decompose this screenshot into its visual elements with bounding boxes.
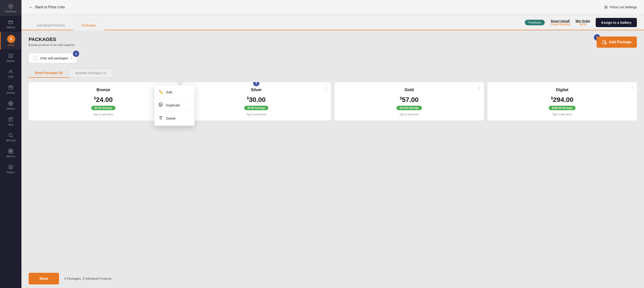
sidebar-item-blog[interactable]: Blog [0,113,22,129]
selling-icon: $ [7,35,15,43]
sidebar-label-support: Support [7,171,14,174]
delete-icon [159,116,163,121]
tabs-right-actions: Feedback Smart Upsell (Tiered Quantity) … [525,18,637,30]
duplicate-label: Duplicate [166,103,180,107]
tab-individual-products[interactable]: Individual Products [28,21,73,30]
sidebar-item-dashboard[interactable]: Dashboard [0,0,22,16]
sidebar-item-booking[interactable]: Booking [0,81,22,97]
back-arrow-icon: ← [28,5,33,10]
svg-rect-12 [11,149,13,151]
packages-title: PACKAGES [28,37,75,42]
save-button[interactable]: Save [28,273,59,284]
digital-menu-button[interactable]: ⋮ [630,85,634,90]
sidebar-label-galleries: Galleries [6,26,15,29]
add-package-button[interactable]: Add Package [596,37,637,48]
gold-menu-button[interactable]: ⋮ [477,85,481,90]
packages-cards-grid: ⋮ Bronze $24.00 $2.00 Savings Tap to add… [28,82,637,120]
settings-label: Price List Settings [610,5,637,9]
sidebar-label-crm: CRM [8,76,14,78]
context-menu: ✏️ Edit Duplicate Delete [154,85,194,126]
gear-icon [604,5,608,10]
sub-tab-shop[interactable]: Shop Packages (4) [28,68,69,78]
sidebar-label-addons: Add-Ons [6,155,15,158]
back-label: Back to Price Lists [35,5,65,9]
edit-icon: ✏️ [159,90,163,94]
sidebar-item-selling[interactable]: $ Selling [0,32,22,50]
booking-icon [8,84,14,91]
gold-name: Gold [339,88,480,92]
digital-name: Digital [492,88,632,92]
silver-savings: $5.00 Savings [244,106,268,110]
only-sell-packages-row: Only sell packages ℹ 3 [28,53,77,63]
sidebar-label-reports: Reports [7,60,14,62]
only-sell-label: Only sell packages [40,56,68,60]
assign-gallery-button[interactable]: Assign to a Gallery [596,18,637,27]
digital-card-body: Digital $294.00 $126.00 Savings Tap to a… [488,82,637,120]
sidebar-label-website: Website [7,107,15,110]
digital-included: Tap to add items [492,113,632,116]
silver-price: $30.00 [186,96,326,103]
tab-packages[interactable]: Packages [73,20,104,30]
package-card-gold[interactable]: ⋮ Gold $57.00 $14.00 Savings Tap to add … [334,82,484,120]
silver-name: Silver [186,88,326,92]
bronze-price: $24.00 [33,96,174,103]
digital-savings: $126.00 Savings [549,106,576,110]
svg-point-5 [10,70,12,72]
sidebar-label-selling: Selling [8,44,14,46]
price-list-settings-link[interactable]: Price List Settings [604,5,637,10]
gold-savings: $14.00 Savings [396,106,422,110]
sidebar-item-crm[interactable]: CRM [0,65,22,81]
sub-tabs: Shop Packages (4) BookMe Packages (1) [28,68,637,78]
bronze-included: Tap to add items [33,113,174,116]
bronze-name: Bronze [33,88,174,92]
dashboard-icon [8,3,14,10]
svg-rect-11 [9,149,10,151]
seo-icon [8,132,14,138]
sidebar-label-seo: SEO Tool [6,139,16,142]
smart-upsell-sub: (Tiered Quantity) [550,23,570,26]
bottom-bar: Save 5 Packages, 9 Individual Products [22,269,644,288]
sidebar-label-booking: Booking [7,92,15,94]
svg-rect-9 [9,117,12,121]
sidebar-item-website[interactable]: Website [0,97,22,113]
bronze-savings: $2.00 Savings [91,106,115,110]
main-tabs: Individual Products Packages [28,20,104,30]
delete-label: Delete [166,116,176,120]
silver-included: Tap to add items [186,113,326,116]
min-order-link[interactable]: Min Order $0.50 [576,19,590,26]
website-icon [8,100,14,107]
bottom-info-text: 5 Packages, 9 Individual Products [64,277,112,280]
sidebar-item-reports[interactable]: Reports [0,50,22,65]
main-content: ← Back to Price Lists Price List Setting… [22,0,644,288]
sidebar-label-dashboard: Dashboard [5,10,16,13]
context-menu-edit[interactable]: ✏️ Edit [154,87,194,97]
svg-rect-6 [9,86,12,89]
sidebar-item-addons[interactable]: Add-Ons [0,145,22,161]
svg-rect-13 [9,152,10,153]
feedback-badge[interactable]: Feedback [525,20,545,25]
svg-point-15 [9,165,13,169]
info-icon[interactable]: ℹ [71,56,72,60]
blog-icon [8,116,14,122]
context-menu-delete[interactable]: Delete [154,113,194,124]
silver-menu-button[interactable]: ⋮ [324,85,328,90]
packages-header: PACKAGES Bundle products to be sold toge… [28,37,637,48]
silver-card-body: Silver $30.00 $5.00 Savings Tap to add i… [182,82,331,120]
content-body: PACKAGES Bundle products to be sold toge… [22,30,644,269]
context-menu-duplicate[interactable]: Duplicate [154,99,194,111]
sidebar: Dashboard Galleries $ Selling Reports CR… [0,0,22,288]
package-card-digital[interactable]: ⋮ Digital $294.00 $126.00 Savings Tap to… [488,82,637,120]
smart-upsell-link[interactable]: Smart Upsell (Tiered Quantity) [550,19,570,26]
package-card-silver[interactable]: 2 ⋮ Silver $30.00 $5.00 Savings Tap to a… [182,82,331,120]
sidebar-item-galleries[interactable]: Galleries [0,16,22,32]
gold-card-body: Gold $57.00 $14.00 Savings Tap to add it… [334,82,484,120]
crm-icon [8,69,14,75]
min-order-title: Min Order [576,19,590,23]
smart-upsell-title: Smart Upsell [550,19,570,23]
only-sell-badge: 3 [73,51,79,57]
sub-tab-bookme[interactable]: BookMe Packages (1) [69,68,113,78]
sidebar-item-support[interactable]: Support [0,161,22,177]
sidebar-item-seo[interactable]: SEO Tool [0,129,22,145]
back-to-price-lists-link[interactable]: ← Back to Price Lists [28,5,65,10]
only-sell-checkbox[interactable] [33,56,37,60]
